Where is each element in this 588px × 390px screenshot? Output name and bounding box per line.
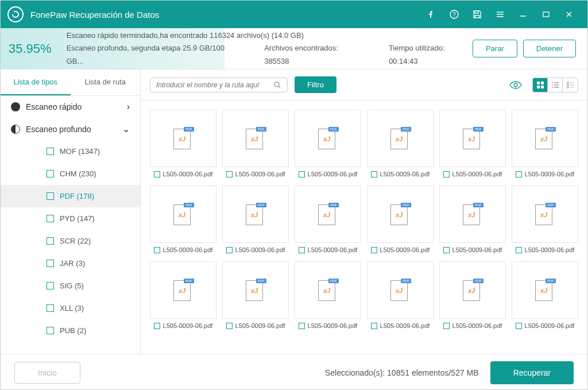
tree-item[interactable]: JAR (3) xyxy=(1,252,140,275)
checkbox-icon[interactable] xyxy=(47,260,54,267)
file-card[interactable]: xJPDFL505-0009-06.pdf xyxy=(512,261,578,329)
recover-button[interactable]: Recuperar xyxy=(490,361,574,384)
preview-icon[interactable] xyxy=(509,80,522,90)
tree-item[interactable]: SCR (22) xyxy=(1,230,140,252)
checkbox-icon[interactable] xyxy=(516,171,522,177)
checkbox-icon[interactable] xyxy=(371,323,377,329)
svg-rect-9 xyxy=(567,82,569,88)
file-thumbnail: xJPDF xyxy=(150,261,216,319)
checkbox-icon[interactable] xyxy=(371,247,377,253)
svg-rect-8 xyxy=(541,86,544,88)
tree-deep-scan[interactable]: Escaneo profundo ⌄ xyxy=(1,118,140,140)
checkbox-icon[interactable] xyxy=(154,323,160,329)
checkbox-icon[interactable] xyxy=(443,247,450,253)
pause-button[interactable]: Parar xyxy=(473,40,517,57)
file-card[interactable]: xJPDFL505-0009-06.pdf xyxy=(150,110,216,177)
checkbox-icon[interactable] xyxy=(47,237,54,245)
tree-item[interactable]: CHM (230) xyxy=(1,163,140,185)
file-type-tree: Escaneo rápido › Escaneo profundo ⌄ MOF … xyxy=(1,96,140,354)
file-thumbnail: xJPDF xyxy=(512,261,578,319)
file-card[interactable]: xJPDFL505-0009-06.pdf xyxy=(222,186,289,253)
filter-button[interactable]: Filtro xyxy=(295,76,336,93)
maximize-icon[interactable] xyxy=(538,6,554,22)
file-thumbnail: xJPDF xyxy=(367,186,434,243)
search-icon xyxy=(273,81,281,89)
feedback-icon[interactable]: ? xyxy=(446,6,462,22)
tab-types[interactable]: Lista de tipos xyxy=(1,69,71,95)
file-card[interactable]: xJPDFL505-0009-06.pdf xyxy=(512,110,578,177)
tree-item[interactable]: MOF (1347) xyxy=(1,140,140,163)
pdf-icon: xJPDF xyxy=(390,128,410,149)
file-card[interactable]: xJPDFL505-0009-06.pdf xyxy=(367,110,434,177)
checkbox-icon[interactable] xyxy=(47,170,54,177)
sidebar-tabs: Lista de tipos Lista de ruta xyxy=(1,69,140,96)
file-thumbnail: xJPDF xyxy=(512,186,578,243)
pdf-icon: xJPDF xyxy=(463,203,482,225)
file-grid: xJPDFL505-0009-06.pdfxJPDFL505-0009-06.p… xyxy=(141,101,587,354)
checkbox-icon[interactable] xyxy=(516,247,522,253)
close-icon[interactable] xyxy=(561,6,577,22)
file-thumbnail: xJPDF xyxy=(295,261,361,319)
tab-path[interactable]: Lista de ruta xyxy=(71,69,141,95)
file-card[interactable]: xJPDFL505-0009-06.pdf xyxy=(367,186,434,253)
pdf-icon: xJPDF xyxy=(173,279,193,301)
file-card[interactable]: xJPDFL505-0009-06.pdf xyxy=(295,186,361,253)
checkbox-icon[interactable] xyxy=(226,323,233,329)
file-thumbnail: xJPDF xyxy=(222,110,289,167)
save-icon[interactable] xyxy=(469,6,485,22)
file-card[interactable]: xJPDFL505-0009-06.pdf xyxy=(222,261,289,329)
file-name: L505-0009-06.pdf xyxy=(525,246,575,253)
checkbox-icon[interactable] xyxy=(47,327,54,334)
menu-icon[interactable] xyxy=(492,6,508,22)
checkbox-icon[interactable] xyxy=(154,247,160,253)
checkbox-icon[interactable] xyxy=(299,247,305,253)
checkbox-icon[interactable] xyxy=(47,282,54,289)
search-box[interactable] xyxy=(150,78,288,92)
file-card[interactable]: xJPDFL505-0009-06.pdf xyxy=(439,261,506,329)
file-card[interactable]: xJPDFL505-0009-06.pdf xyxy=(439,186,506,253)
checkbox-icon[interactable] xyxy=(299,323,305,329)
view-grid-icon[interactable] xyxy=(533,78,548,92)
tree-quick-scan[interactable]: Escaneo rápido › xyxy=(1,96,140,118)
home-button[interactable]: Inicio xyxy=(14,362,80,384)
file-name: L505-0009-06.pdf xyxy=(452,171,502,177)
tree-item[interactable]: PUB (2) xyxy=(1,319,140,342)
scan-msg-quick: Escaneo rápido termindado,ha encontrado … xyxy=(67,29,473,42)
pdf-icon: xJPDF xyxy=(535,279,555,301)
tree-item[interactable]: XLL (3) xyxy=(1,297,140,319)
stop-button[interactable]: Detener xyxy=(523,40,576,57)
checkbox-icon[interactable] xyxy=(47,148,54,155)
file-card[interactable]: xJPDFL505-0009-06.pdf xyxy=(295,110,361,177)
file-thumbnail: xJPDF xyxy=(295,110,361,167)
minimize-icon[interactable] xyxy=(515,6,531,22)
file-card[interactable]: xJPDFL505-0009-06.pdf xyxy=(150,186,216,253)
checkbox-icon[interactable] xyxy=(443,323,450,329)
svg-rect-2 xyxy=(543,12,549,17)
file-thumbnail: xJPDF xyxy=(367,261,434,319)
checkbox-icon[interactable] xyxy=(47,215,54,222)
tree-item[interactable]: PDF (178) xyxy=(1,185,140,207)
file-card[interactable]: xJPDFL505-0009-06.pdf xyxy=(222,110,289,177)
checkbox-icon[interactable] xyxy=(371,171,377,177)
tree-item[interactable]: SIG (5) xyxy=(1,275,140,297)
checkbox-icon[interactable] xyxy=(226,247,233,253)
checkbox-icon[interactable] xyxy=(47,304,54,312)
file-card[interactable]: xJPDFL505-0009-06.pdf xyxy=(295,261,361,329)
tree-item[interactable]: PYD (147) xyxy=(1,207,140,230)
checkbox-icon[interactable] xyxy=(443,171,450,177)
file-card[interactable]: xJPDFL505-0009-06.pdf xyxy=(150,261,216,329)
file-card[interactable]: xJPDFL505-0009-06.pdf xyxy=(439,110,506,177)
checkbox-icon[interactable] xyxy=(47,192,54,200)
checkbox-icon[interactable] xyxy=(154,171,160,177)
view-detail-icon[interactable] xyxy=(563,78,578,92)
facebook-icon[interactable] xyxy=(423,6,439,22)
file-card[interactable]: xJPDFL505-0009-06.pdf xyxy=(367,261,434,329)
file-thumbnail: xJPDF xyxy=(439,261,506,319)
checkbox-icon[interactable] xyxy=(226,171,233,177)
checkbox-icon[interactable] xyxy=(516,323,522,329)
time-used: Tiempo utilizado: 00:14:43 xyxy=(389,42,473,67)
file-card[interactable]: xJPDFL505-0009-06.pdf xyxy=(512,186,578,253)
view-list-icon[interactable] xyxy=(548,78,563,92)
checkbox-icon[interactable] xyxy=(299,171,305,177)
search-input[interactable] xyxy=(156,81,273,89)
